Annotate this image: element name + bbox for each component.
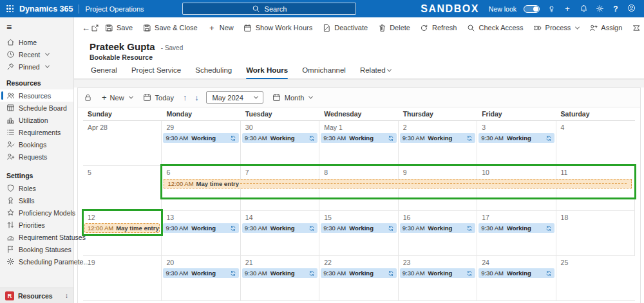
app-brand[interactable]: Dynamics 365 (19, 5, 73, 14)
day-cell-4[interactable]: 4 (556, 121, 635, 165)
popout-icon[interactable] (91, 20, 99, 35)
sidebar-item-booking-statuses[interactable]: Booking Statuses (0, 243, 73, 255)
command-process[interactable]: Process (529, 20, 584, 35)
view-mode-select[interactable]: Month (268, 91, 317, 104)
day-cell-19[interactable]: 19 (83, 256, 162, 300)
calendar-new-button[interactable]: + New (97, 91, 137, 104)
account-icon[interactable] (627, 4, 638, 14)
sidebar-item-home[interactable]: Home (0, 36, 73, 48)
day-cell-22[interactable]: 229:30 AMWorking (319, 256, 398, 300)
work-hours-calendar: + New Today ↑ ↓ May 2024 (77, 87, 641, 303)
working-hours-event[interactable]: 9:30 AMWorking (163, 223, 238, 233)
command-deactivate[interactable]: Deactivate (317, 20, 372, 35)
new-look-toggle[interactable] (524, 5, 540, 13)
command-flow[interactable]: Flow (627, 20, 644, 35)
time-entry-span-event[interactable]: 12:00 AMMay time entry (164, 179, 632, 188)
day-cell-15[interactable]: 159:30 AMWorking (319, 211, 398, 255)
sidebar-item-roles[interactable]: Roles (0, 182, 73, 194)
sidebar-item-requirements[interactable]: Requirements (0, 126, 73, 138)
month-year-select[interactable]: May 2024 (206, 91, 263, 104)
command-save[interactable]: Save (100, 20, 137, 35)
sidebar-item-scheduling-paramete[interactable]: Scheduling Paramete... (0, 255, 73, 268)
back-button[interactable]: ← (82, 20, 90, 35)
bell-icon[interactable] (579, 5, 588, 14)
command-show-work-hours[interactable]: Show Work Hours (239, 20, 317, 35)
global-search-input[interactable]: Search (182, 3, 356, 15)
day-cell-24[interactable]: 249:30 AMWorking (477, 256, 556, 300)
day-cell-29[interactable]: 299:30 AMWorking (162, 121, 240, 165)
tab-related[interactable]: Related (359, 65, 392, 78)
working-hours-event[interactable]: 9:30 AMWorking (242, 133, 317, 143)
working-hours-event[interactable]: 9:30 AMWorking (163, 268, 238, 278)
day-cell-20[interactable]: 209:30 AMWorking (162, 256, 240, 300)
command-refresh[interactable]: Refresh (415, 20, 462, 35)
sidebar-item-resources[interactable]: Resources (0, 89, 73, 102)
day-cell-2[interactable]: 29:30 AMWorking (399, 121, 477, 165)
day-cell-23[interactable]: 239:30 AMWorking (399, 256, 477, 300)
hamburger-menu-icon[interactable]: ≡ (0, 17, 73, 36)
day-cell-3[interactable]: 39:30 AMWorking (477, 121, 556, 165)
day-cell-21[interactable]: 219:30 AMWorking (241, 256, 319, 300)
sidebar-item-recent[interactable]: Recent (0, 48, 73, 60)
day-cell-12[interactable]: 1212:00 AMMay time entry (83, 211, 162, 255)
day-cell-14[interactable]: 149:30 AMWorking (241, 211, 319, 255)
command-check-access[interactable]: Check Access (462, 20, 528, 35)
sidebar-item-requirement-statuses[interactable]: Requirement Statuses (0, 231, 73, 243)
working-hours-event[interactable]: 9:30 AMWorking (321, 223, 396, 233)
sidebar-item-requests[interactable]: Requests (0, 151, 73, 163)
day-cell-may-1[interactable]: May 19:30 AMWorking (319, 121, 398, 165)
day-cell-25[interactable]: 25 (556, 256, 635, 300)
working-hours-event[interactable]: 9:30 AMWorking (163, 133, 238, 143)
next-period-button[interactable]: ↓ (191, 91, 202, 104)
day-cell-5[interactable]: 5 (83, 166, 162, 210)
tab-project-service[interactable]: Project Service (130, 65, 182, 78)
day-cell-17[interactable]: 179:30 AMWorking (477, 211, 556, 255)
time-entry-event[interactable]: 12:00 AMMay time entry (84, 223, 160, 233)
command-delete[interactable]: Delete (373, 20, 415, 35)
sidebar-item-proficiency-models[interactable]: Proficiency Models (0, 207, 73, 219)
previous-period-button[interactable]: ↑ (180, 91, 190, 104)
sidebar-item-bookings[interactable]: Bookings (0, 138, 73, 151)
working-hours-event[interactable]: 9:30 AMWorking (242, 268, 317, 278)
sidebar-item-pinned[interactable]: Pinned (0, 60, 73, 73)
sidebar-item-schedule-board[interactable]: Schedule Board (0, 102, 73, 114)
command-bar: ← SaveSave & Close+NewShow Work HoursDea… (74, 17, 644, 38)
day-cell-13[interactable]: 139:30 AMWorking (162, 211, 240, 255)
working-hours-event[interactable]: 9:30 AMWorking (400, 133, 475, 143)
new-look-label: New look (489, 5, 516, 13)
command-save-close[interactable]: Save & Close (138, 20, 202, 35)
tab-work-hours[interactable]: Work Hours (245, 65, 289, 78)
working-hours-event[interactable]: 9:30 AMWorking (478, 133, 554, 143)
lightbulb-icon[interactable] (547, 5, 556, 14)
working-hours-event[interactable]: 9:30 AMWorking (400, 268, 475, 278)
sidebar-item-utilization[interactable]: Utilization (0, 114, 73, 126)
tab-general[interactable]: General (90, 65, 118, 78)
app-area-switcher[interactable]: R Resources ↕ (0, 288, 73, 303)
command-new[interactable]: +New (203, 20, 238, 35)
help-icon[interactable]: ? (611, 5, 620, 14)
command-assign[interactable]: Assign (584, 20, 627, 35)
day-cell-30[interactable]: 309:30 AMWorking (241, 121, 319, 165)
working-hours-event[interactable]: 9:30 AMWorking (478, 268, 554, 278)
day-cell-apr-28[interactable]: Apr 28 (83, 121, 162, 165)
working-hours-event[interactable]: 9:30 AMWorking (321, 268, 396, 278)
plus-icon[interactable]: + (563, 5, 572, 14)
day-cell-18[interactable]: 18 (556, 211, 635, 255)
working-hours-event[interactable]: 9:30 AMWorking (478, 223, 554, 233)
sidebar-sections: ResourcesResourcesSchedule BoardUtilizat… (0, 73, 73, 268)
tab-scheduling[interactable]: Scheduling (194, 65, 233, 78)
today-button[interactable]: Today (138, 91, 178, 104)
sidebar-item-skills[interactable]: Skills (0, 194, 73, 207)
tab-omnichannel[interactable]: Omnichannel (301, 65, 347, 78)
event-title: Working (349, 225, 374, 232)
gear-icon[interactable] (595, 5, 604, 14)
app-launcher-icon[interactable] (6, 5, 14, 12)
sidebar-item-priorities[interactable]: Priorities (0, 219, 73, 231)
sync-icon (545, 270, 552, 277)
working-hours-event[interactable]: 9:30 AMWorking (321, 133, 396, 143)
app-area-name[interactable]: Project Operations (85, 5, 144, 13)
day-cell-16[interactable]: 169:30 AMWorking (399, 211, 477, 255)
event-time: 9:30 AM (402, 225, 425, 232)
working-hours-event[interactable]: 9:30 AMWorking (400, 223, 475, 233)
working-hours-event[interactable]: 9:30 AMWorking (242, 223, 317, 233)
